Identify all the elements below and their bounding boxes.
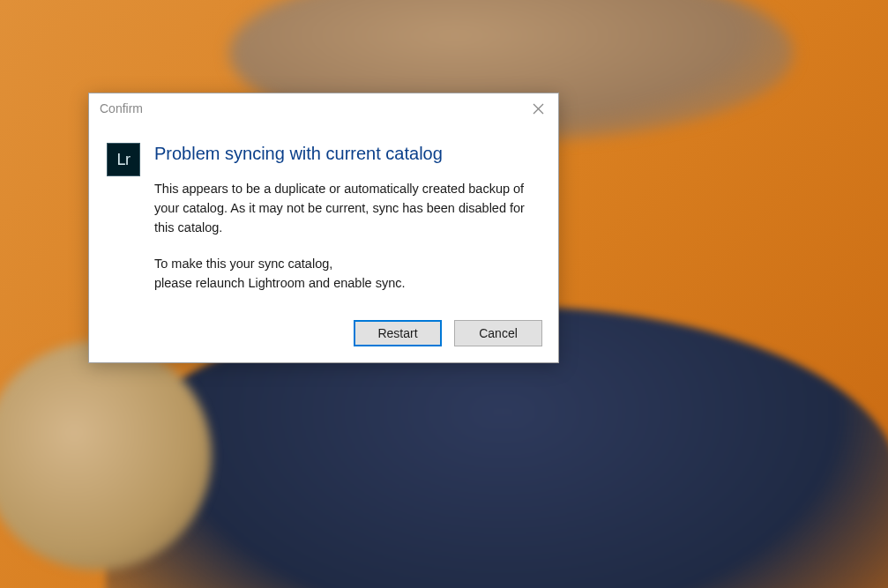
- close-icon: [533, 103, 544, 115]
- lightroom-icon: Lr: [107, 143, 140, 176]
- dialog-paragraph-1: This appears to be a duplicate or automa…: [154, 180, 537, 237]
- cancel-button[interactable]: Cancel: [454, 320, 542, 346]
- confirm-dialog: Confirm Lr Problem syncing with current …: [88, 93, 559, 363]
- dialog-heading: Problem syncing with current catalog: [154, 143, 537, 164]
- icon-column: Lr: [107, 143, 140, 294]
- dialog-paragraph-2: To make this your sync catalog, please r…: [154, 255, 537, 294]
- dialog-p2-line1: To make this your sync catalog,: [154, 257, 332, 271]
- dialog-body: Lr Problem syncing with current catalog …: [89, 123, 558, 309]
- title-bar: Confirm: [89, 93, 558, 123]
- restart-button[interactable]: Restart: [354, 320, 442, 346]
- button-row: Restart Cancel: [89, 309, 558, 362]
- dialog-title: Confirm: [100, 101, 143, 115]
- lightroom-icon-label: Lr: [116, 151, 130, 169]
- dialog-p2-line2: please relaunch Lightroom and enable syn…: [154, 276, 406, 290]
- close-button[interactable]: [525, 97, 551, 120]
- content-column: Problem syncing with current catalog Thi…: [154, 143, 537, 294]
